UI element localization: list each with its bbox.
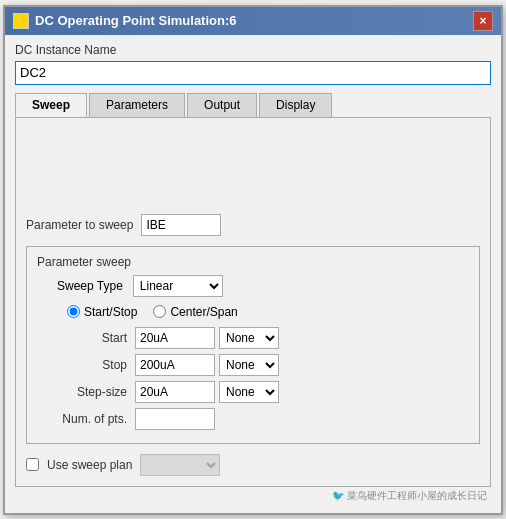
stepsize-unit-select[interactable]: None (219, 381, 279, 403)
stop-input[interactable] (135, 354, 215, 376)
radio-row: Start/Stop Center/Span (37, 305, 469, 319)
sweep-type-row: Sweep Type Linear Logarithmic List (37, 275, 469, 297)
parameter-to-sweep-input[interactable] (141, 214, 221, 236)
tab-parameters[interactable]: Parameters (89, 93, 185, 117)
sweep-type-label: Sweep Type (57, 279, 123, 293)
use-sweep-plan-label: Use sweep plan (47, 458, 132, 472)
radio-start-stop-label: Start/Stop (84, 305, 137, 319)
stop-unit-select[interactable]: None (219, 354, 279, 376)
numpts-label: Num. of pts. (37, 412, 127, 426)
radio-start-stop[interactable]: Start/Stop (67, 305, 137, 319)
stop-row: Stop None (37, 354, 469, 376)
tab-display[interactable]: Display (259, 93, 332, 117)
window-icon: ⚡ (13, 13, 29, 29)
close-button[interactable]: × (473, 11, 493, 31)
parameter-sweep-box: Parameter sweep Sweep Type Linear Logari… (26, 246, 480, 444)
stepsize-input[interactable] (135, 381, 215, 403)
tab-content-sweep: Parameter to sweep Parameter sweep Sweep… (15, 117, 491, 487)
tab-output[interactable]: Output (187, 93, 257, 117)
radio-center-span-label: Center/Span (170, 305, 237, 319)
stepsize-label: Step-size (37, 385, 127, 399)
radio-center-span[interactable]: Center/Span (153, 305, 237, 319)
instance-label: DC Instance Name (15, 43, 491, 57)
tab-sweep[interactable]: Sweep (15, 93, 87, 117)
start-unit-select[interactable]: None (219, 327, 279, 349)
start-row: Start None (37, 327, 469, 349)
parameter-sweep-label: Parameter sweep (37, 255, 469, 269)
numpts-input[interactable] (135, 408, 215, 430)
sweep-type-select[interactable]: Linear Logarithmic List (133, 275, 223, 297)
stop-label: Stop (37, 358, 127, 372)
numpts-row: Num. of pts. (37, 408, 469, 430)
instance-name-input[interactable] (15, 61, 491, 85)
window-body: DC Instance Name Sweep Parameters Output… (5, 35, 501, 513)
stepsize-row: Step-size None (37, 381, 469, 403)
parameter-to-sweep-row: Parameter to sweep (26, 214, 480, 236)
parameter-to-sweep-label: Parameter to sweep (26, 218, 133, 232)
use-sweep-plan-row: Use sweep plan (26, 454, 480, 476)
window-title: DC Operating Point Simulation:6 (35, 13, 237, 28)
title-bar: ⚡ DC Operating Point Simulation:6 × (5, 7, 501, 35)
tab-bar: Sweep Parameters Output Display (15, 93, 491, 117)
main-window: ⚡ DC Operating Point Simulation:6 × DC I… (3, 5, 503, 515)
start-label: Start (37, 331, 127, 345)
use-sweep-plan-checkbox[interactable] (26, 458, 39, 471)
use-sweep-plan-select (140, 454, 220, 476)
watermark-text: 🐦 菜鸟硬件工程师小屋的成长日记 (15, 487, 491, 505)
start-input[interactable] (135, 327, 215, 349)
